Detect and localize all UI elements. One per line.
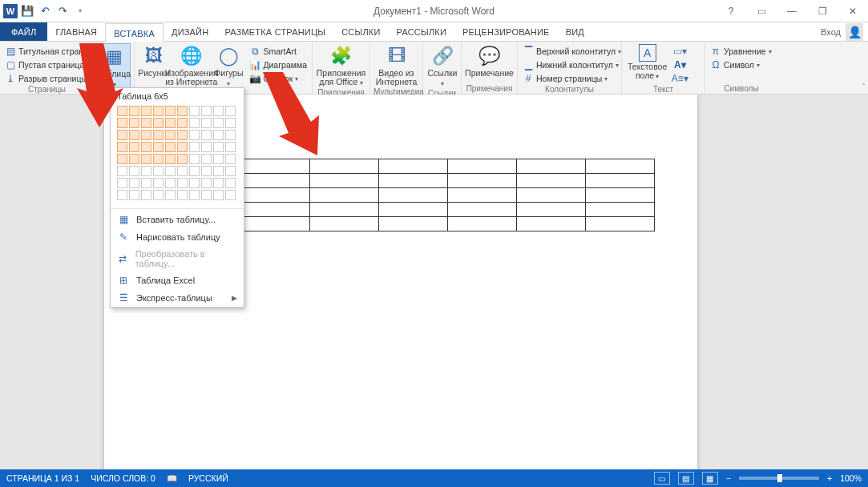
tab-design[interactable]: ДИЗАЙН	[164, 22, 216, 41]
status-language[interactable]: РУССКИЙ	[188, 473, 228, 483]
grid-cell[interactable]	[201, 178, 212, 188]
tab-file[interactable]: ФАЙЛ	[0, 22, 47, 41]
close-icon[interactable]: ✕	[842, 6, 863, 17]
grid-cell[interactable]	[129, 118, 139, 128]
table-grid-picker[interactable]	[111, 104, 244, 207]
grid-cell[interactable]	[153, 106, 164, 116]
grid-cell[interactable]	[117, 190, 127, 200]
minimize-icon[interactable]: —	[781, 6, 802, 17]
table-button[interactable]: ▦ Таблица	[98, 43, 131, 91]
grid-cell[interactable]	[201, 118, 212, 128]
tab-view[interactable]: ВИД	[558, 22, 592, 41]
grid-cell[interactable]	[117, 118, 127, 128]
grid-cell[interactable]	[165, 118, 176, 128]
grid-cell[interactable]	[177, 166, 188, 176]
ribbon-options-icon[interactable]: ▭	[751, 6, 772, 17]
qat-more-icon[interactable]: ▾	[72, 3, 88, 19]
view-read-icon[interactable]: ▭	[654, 472, 670, 485]
grid-cell[interactable]	[177, 190, 188, 200]
apps-button[interactable]: 🧩Приложениядля Office	[316, 43, 366, 88]
help-icon[interactable]: ?	[721, 6, 741, 17]
grid-cell[interactable]	[213, 154, 224, 164]
tab-mailings[interactable]: РАССЫЛКИ	[389, 22, 454, 41]
shapes-button[interactable]: ◯Фигуры	[212, 43, 244, 89]
grid-cell[interactable]	[189, 178, 200, 188]
save-icon[interactable]: 💾	[19, 3, 35, 19]
grid-cell[interactable]	[177, 130, 188, 140]
grid-cell[interactable]	[213, 190, 224, 200]
equation-button[interactable]: πУравнение	[709, 45, 773, 58]
avatar-icon[interactable]: 👤	[846, 23, 863, 41]
grid-cell[interactable]	[165, 130, 176, 140]
page-number-button[interactable]: #Номер страницы	[521, 72, 623, 85]
grid-cell[interactable]	[117, 178, 127, 188]
page-break-button[interactable]: ⤓Разрыв страницы	[3, 72, 105, 85]
grid-cell[interactable]	[129, 154, 139, 164]
drop-cap-button[interactable]: A≡▾	[672, 72, 687, 85]
grid-cell[interactable]	[165, 142, 176, 152]
wordart-button[interactable]: A▾	[672, 58, 687, 71]
tab-review[interactable]: РЕЦЕНЗИРОВАНИЕ	[454, 22, 558, 41]
footer-button[interactable]: ▁Нижний колонтитул	[521, 58, 623, 71]
grid-cell[interactable]	[153, 178, 164, 188]
view-web-icon[interactable]: ▦	[702, 472, 718, 485]
grid-cell[interactable]	[117, 166, 127, 176]
grid-cell[interactable]	[129, 106, 139, 116]
grid-cell[interactable]	[165, 166, 176, 176]
grid-cell[interactable]	[225, 166, 236, 176]
grid-cell[interactable]	[129, 190, 139, 200]
collapse-ribbon-icon[interactable]: ˆ	[862, 83, 865, 92]
grid-cell[interactable]	[117, 130, 127, 140]
grid-cell[interactable]	[225, 130, 236, 140]
grid-cell[interactable]	[117, 106, 127, 116]
grid-cell[interactable]	[153, 190, 164, 200]
blank-page-button[interactable]: ▢Пустая страница	[3, 58, 105, 71]
tab-home[interactable]: ГЛАВНАЯ	[47, 22, 105, 41]
grid-cell[interactable]	[141, 142, 151, 152]
grid-cell[interactable]	[153, 142, 164, 152]
online-pictures-button[interactable]: 🌐Изображенияиз Интернета	[173, 43, 209, 87]
quick-tables-menu[interactable]: ☰Экспресс-таблицы▶	[111, 289, 244, 307]
grid-cell[interactable]	[201, 190, 212, 200]
draw-table-menu[interactable]: ✎Нарисовать таблицу	[111, 228, 244, 246]
grid-cell[interactable]	[141, 190, 151, 200]
grid-cell[interactable]	[117, 154, 127, 164]
grid-cell[interactable]	[153, 166, 164, 176]
grid-cell[interactable]	[165, 190, 176, 200]
grid-cell[interactable]	[213, 142, 224, 152]
grid-cell[interactable]	[189, 166, 200, 176]
grid-cell[interactable]	[153, 154, 164, 164]
grid-cell[interactable]	[189, 106, 200, 116]
insert-table-menu[interactable]: ▦Вставить таблицу...	[111, 211, 244, 228]
zoom-value[interactable]: 100%	[840, 473, 862, 483]
undo-icon[interactable]: ↶	[37, 3, 53, 19]
grid-cell[interactable]	[177, 154, 188, 164]
status-page[interactable]: СТРАНИЦА 1 ИЗ 1	[6, 473, 79, 483]
sign-in-label[interactable]: Вход	[821, 27, 841, 37]
grid-cell[interactable]	[141, 130, 151, 140]
grid-cell[interactable]	[141, 154, 151, 164]
grid-cell[interactable]	[225, 142, 236, 152]
grid-cell[interactable]	[189, 190, 200, 200]
grid-cell[interactable]	[141, 106, 151, 116]
comment-button[interactable]: 💬Примечание	[465, 43, 514, 78]
tab-insert[interactable]: ВСТАВКА	[105, 23, 164, 42]
grid-cell[interactable]	[189, 142, 200, 152]
grid-cell[interactable]	[189, 130, 200, 140]
header-button[interactable]: ▔Верхний колонтитул	[521, 45, 623, 58]
grid-cell[interactable]	[189, 154, 200, 164]
grid-cell[interactable]	[177, 142, 188, 152]
grid-cell[interactable]	[213, 178, 224, 188]
chart-button[interactable]: 📊Диаграмма	[248, 58, 309, 71]
grid-cell[interactable]	[129, 166, 139, 176]
grid-cell[interactable]	[165, 106, 176, 116]
grid-cell[interactable]	[201, 130, 212, 140]
zoom-slider[interactable]	[739, 477, 819, 480]
grid-cell[interactable]	[165, 154, 176, 164]
grid-cell[interactable]	[153, 118, 164, 128]
excel-table-menu[interactable]: ⊞Таблица Excel	[111, 272, 244, 289]
zoom-in-icon[interactable]: +	[827, 473, 832, 483]
online-video-button[interactable]: 🎞Видео изИнтернета	[373, 43, 419, 87]
status-proofing-icon[interactable]: 📖	[167, 473, 177, 484]
grid-cell[interactable]	[129, 130, 139, 140]
